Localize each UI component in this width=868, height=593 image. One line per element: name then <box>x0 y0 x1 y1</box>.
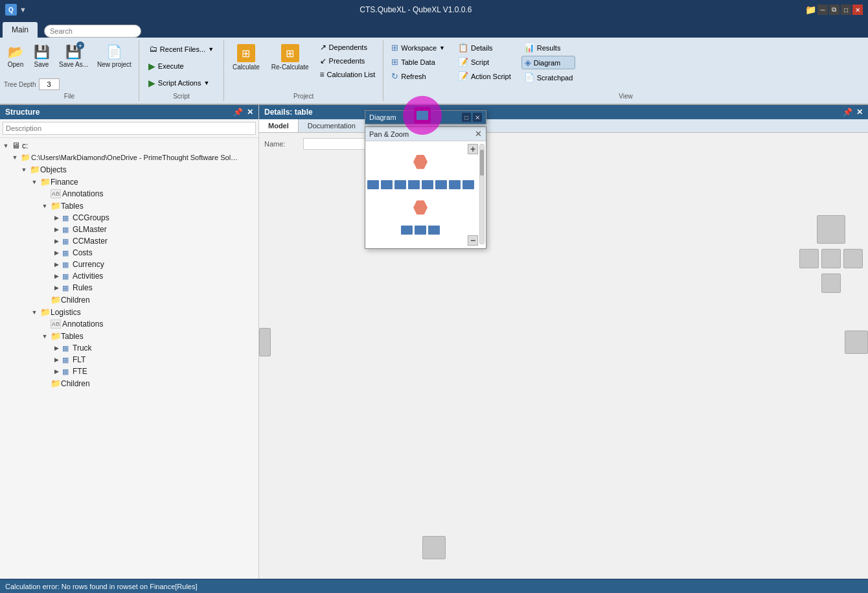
ribbon: Main 📂 Open 💾 Save 💾+ Save As... <box>0 19 868 105</box>
tab-documentation[interactable]: Documentation <box>299 119 365 132</box>
minimize-button[interactable]: ─ <box>817 5 828 15</box>
pan-zoom-window: Pan & Zoom ✕ <box>365 126 486 249</box>
tab-main[interactable]: Main <box>3 22 38 38</box>
right-edge-placeholder <box>845 331 868 354</box>
diagram-button[interactable]: ◈ Diagram <box>521 56 576 69</box>
workspace-button[interactable]: ⊞ Workspace ▼ <box>389 41 448 54</box>
details-close-icon[interactable]: ✕ <box>856 108 863 117</box>
precedents-button[interactable]: ↙ Precedents <box>317 55 378 67</box>
zoom-minus-button[interactable]: − <box>468 235 478 246</box>
save-as-button[interactable]: 💾+ Save As... <box>56 41 91 71</box>
tree-item-annotations-finance[interactable]: ▶ AB Annotations <box>0 188 258 200</box>
diagram-restore-button[interactable]: □ <box>462 113 471 122</box>
scratchpad-button[interactable]: 📄 Scratchpad <box>521 71 576 84</box>
script-view-button[interactable]: 📝 Script <box>455 56 514 68</box>
details-view-button[interactable]: 📋 Details <box>455 41 514 54</box>
tree-item-rules[interactable]: ▶ ▦ Rules <box>0 282 258 294</box>
tree-item-glmaster[interactable]: ▶ ▦ GLMaster <box>0 224 258 235</box>
statusbar: Calculation error: No rows found in rows… <box>0 579 868 593</box>
details-content: Name: <box>259 133 868 579</box>
tree-item-logistics[interactable]: ▼ 📁 Logistics <box>0 306 258 318</box>
tree-item-fte[interactable]: ▶ ▦ FTE <box>0 366 258 377</box>
placeholder-block-2 <box>799 249 819 268</box>
tree-item-ccgroups[interactable]: ▶ ▦ CCGroups <box>0 212 258 224</box>
folder-icon[interactable]: 📁 <box>805 5 816 15</box>
tree-item-truck[interactable]: ▶ ▦ Truck <box>0 342 258 354</box>
save-button[interactable]: 💾 Save <box>30 41 53 71</box>
details-header: Details: table 📌 ✕ <box>259 105 868 119</box>
tree-item-tables-finance[interactable]: ▼ 📁 Tables <box>0 200 258 212</box>
placeholder-block-5 <box>821 273 841 293</box>
placeholder-block-1 <box>817 215 845 244</box>
tree-item-finance[interactable]: ▼ 📁 Finance <box>0 176 258 188</box>
search-input[interactable] <box>44 25 141 38</box>
close-button[interactable]: ✕ <box>852 5 863 15</box>
tree-item-flt[interactable]: ▶ ▦ FLT <box>0 354 258 366</box>
table-data-button[interactable]: ⊞ Table Data <box>389 56 448 68</box>
pan-zoom-content: + − <box>365 141 486 248</box>
status-message: Calculation error: No rows found in rows… <box>5 583 198 590</box>
ribbon-group-view: ⊞ Workspace ▼ ⊞ Table Data ↻ Refresh <box>383 40 868 101</box>
results-button[interactable]: 📊 Results <box>521 41 576 54</box>
diagram-window: Diagram □ ✕ <box>365 110 486 124</box>
tree-item-costs[interactable]: ▶ ▦ Costs <box>0 247 258 259</box>
placeholder-block-4 <box>843 249 863 268</box>
structure-close-icon[interactable]: ✕ <box>247 108 253 117</box>
calculate-button[interactable]: ⊞ Calculate <box>229 41 263 73</box>
tree-item-root[interactable]: ▼ 🖥 c: <box>0 139 258 152</box>
pan-zoom-close-button[interactable]: ✕ <box>475 129 482 139</box>
tree-item-children-finance[interactable]: ▶ 📁 Children <box>0 294 258 306</box>
ribbon-group-file: 📂 Open 💾 Save 💾+ Save As... 📄 New projec… <box>0 40 139 101</box>
open-button[interactable]: 📂 Open <box>4 41 27 71</box>
structure-header: Structure 📌 ✕ <box>0 105 258 119</box>
refresh-button[interactable]: ↻ Refresh <box>389 70 448 82</box>
titlebar-menu-icon[interactable]: ▼ <box>19 6 27 14</box>
tree-depth-input[interactable] <box>39 78 60 90</box>
structure-search-input[interactable] <box>3 122 256 135</box>
ribbon-group-script: 🗂 Recent Files... ▼ ▶ Execute ▶ Script A… <box>139 40 224 101</box>
maximize-button[interactable]: □ <box>841 5 851 15</box>
action-script-button[interactable]: 📝 Action Script <box>455 70 514 82</box>
tree-item-children-logistics[interactable]: ▶ 📁 Children <box>0 377 258 390</box>
structure-panel: Structure 📌 ✕ ▼ 🖥 c: ▼ 📁 C:\Users\MarkDi… <box>0 105 259 579</box>
ribbon-group-project: ⊞ Calculate ⊞ Re-Calculate ↗ Dependents <box>224 40 383 101</box>
tree-item-objects[interactable]: ▼ 📁 Objects <box>0 163 258 176</box>
placeholder-block-3 <box>821 249 841 268</box>
recent-files-button[interactable]: 🗂 Recent Files... ▼ <box>144 41 218 56</box>
structure-pin-icon[interactable]: 📌 <box>233 108 243 117</box>
details-pin-icon[interactable]: 📌 <box>843 108 852 117</box>
calculation-list-button[interactable]: ≡ Calculation List <box>317 69 378 80</box>
pan-zoom-titlebar: Pan & Zoom ✕ <box>365 127 486 141</box>
details-panel: Details: table 📌 ✕ Model Documentation N… <box>259 105 868 579</box>
zoom-plus-button[interactable]: + <box>468 144 478 154</box>
recalculate-button[interactable]: ⊞ Re-Calculate <box>268 41 312 73</box>
tree-item-annotations-logistics[interactable]: ▶ AB Annotations <box>0 318 258 330</box>
restore-button[interactable]: ⧉ <box>829 5 839 15</box>
tree-item-activities[interactable]: ▶ ▦ Activities <box>0 270 258 282</box>
script-actions-button[interactable]: ▶ Script Actions ▼ <box>144 76 218 90</box>
dependents-button[interactable]: ↗ Dependents <box>317 41 378 53</box>
app-icon: Q <box>5 4 17 16</box>
right-placeholder-area <box>794 210 868 298</box>
tree-item-ccmaster[interactable]: ▶ ▦ CCMaster <box>0 235 258 247</box>
window-controls: 📁 ─ ⧉ □ ✕ <box>805 5 863 15</box>
app-title: CTS.QubeXL - QubeXL V1.0.0.6 <box>360 5 472 14</box>
search-box-container <box>44 25 141 38</box>
details-tabs: Model Documentation <box>259 119 868 133</box>
bottom-center-placeholder <box>422 536 446 559</box>
diagram-titlebar: Diagram □ ✕ <box>365 111 486 124</box>
execute-button[interactable]: ▶ Execute <box>144 59 218 73</box>
titlebar: Q ▼ CTS.QubeXL - QubeXL V1.0.0.6 📁 ─ ⧉ □… <box>0 0 868 19</box>
left-edge-placeholder <box>259 328 271 356</box>
diagram-close-button[interactable]: ✕ <box>473 113 482 122</box>
tab-model[interactable]: Model <box>259 119 299 132</box>
tree-item-path[interactable]: ▼ 📁 C:\Users\MarkDiamond\OneDrive - Prim… <box>0 152 258 163</box>
tree-item-currency[interactable]: ▶ ▦ Currency <box>0 259 258 270</box>
tree-container: ▼ 🖥 c: ▼ 📁 C:\Users\MarkDiamond\OneDrive… <box>0 138 258 579</box>
new-project-button[interactable]: 📄 New project <box>94 41 135 71</box>
tree-item-tables-logistics[interactable]: ▼ 📁 Tables <box>0 330 258 342</box>
